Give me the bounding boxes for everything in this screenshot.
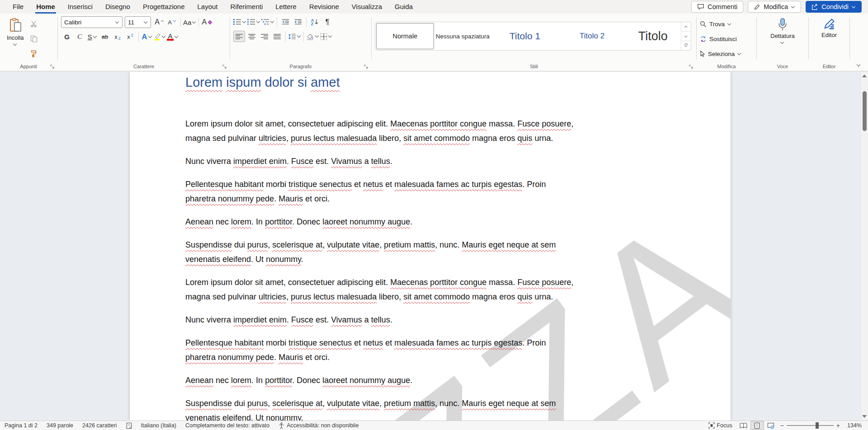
misspelled-text-run[interactable]: sit amet commodo xyxy=(403,292,470,301)
misspelled-text-run[interactable]: pharetra nonummy pede xyxy=(185,353,274,362)
text-run[interactable]: et xyxy=(383,338,394,347)
text-run[interactable]: , xyxy=(379,240,384,249)
styles-dialog-launcher[interactable] xyxy=(689,65,693,69)
misspelled-text-run[interactable]: venenatis eleifend xyxy=(185,413,251,421)
word-count[interactable]: 349 parole xyxy=(42,421,78,430)
text-run[interactable]: . xyxy=(410,376,412,385)
misspelled-text-run[interactable]: Mauris xyxy=(278,353,303,362)
text-run[interactable]: , xyxy=(268,240,272,249)
misspelled-text-run[interactable]: tristique senectus xyxy=(288,338,352,347)
misspelled-text-run[interactable]: Suspendisse xyxy=(185,399,232,408)
text-run[interactable]: nec xyxy=(213,376,231,385)
align-left-button[interactable] xyxy=(233,31,245,42)
misspelled-text-run[interactable]: imperdiet enim xyxy=(233,157,287,166)
text-run[interactable]: et xyxy=(352,180,363,189)
misspelled-text-run[interactable]: Maecenas porttitor congue xyxy=(390,278,486,287)
text-run[interactable]: massa. xyxy=(486,119,517,128)
shrink-font-button[interactable]: A xyxy=(166,17,178,28)
text-run[interactable]: . xyxy=(301,255,303,264)
char-count[interactable]: 2426 caratteri xyxy=(78,421,121,430)
misspelled-text-run[interactable]: Maecenas porttitor congue xyxy=(390,119,486,128)
misspelled-text-run[interactable]: laoreet nonummy augue xyxy=(322,217,410,226)
misspelled-text-run[interactable]: scelerisque at xyxy=(272,240,322,249)
misspelled-text-run[interactable]: netus xyxy=(363,338,383,347)
misspelled-text-run[interactable]: porttitor xyxy=(265,376,292,385)
tab-inserisci[interactable]: Inserisci xyxy=(61,0,99,14)
text-line[interactable]: venenatis eleifend. Ut nonummy. xyxy=(185,411,676,421)
text-line[interactable]: Pellentesque habitant morbi tristique se… xyxy=(185,336,676,350)
text-run[interactable]: , xyxy=(268,399,272,408)
misspelled-text-run[interactable]: Pellentesque habitant xyxy=(185,338,264,347)
text-run[interactable]: , xyxy=(571,278,573,287)
text-run[interactable]: , xyxy=(322,399,327,408)
text-run[interactable]: morbi xyxy=(264,180,288,189)
paragraph[interactable]: Suspendisse dui purus, scelerisque at, v… xyxy=(185,396,676,421)
italic-button[interactable]: C xyxy=(74,31,85,42)
text-run[interactable]: , xyxy=(571,119,573,128)
misspelled-text-run[interactable]: pretium mattis xyxy=(384,399,435,408)
misspelled-text-run[interactable]: Fusce xyxy=(291,315,313,324)
text-run[interactable]: magna sed pulvinar xyxy=(185,134,259,143)
scroll-up-button[interactable] xyxy=(862,75,867,77)
text-run[interactable]: nec xyxy=(213,217,231,226)
tab-revisione[interactable]: Revisione xyxy=(303,0,345,14)
text-run[interactable]: a xyxy=(362,315,371,324)
tab-disegno[interactable]: Disegno xyxy=(99,0,137,14)
misspelled-text-run[interactable]: lorem xyxy=(231,376,251,385)
misspelled-text-run[interactable]: Mauris eget neque at sem xyxy=(462,399,556,408)
increase-indent-button[interactable] xyxy=(292,16,304,28)
text-line[interactable]: Nunc viverra imperdiet enim. Fusce est. … xyxy=(185,154,676,168)
text-run[interactable]: dui xyxy=(232,399,247,408)
paragraph[interactable]: Suspendisse dui purus, scelerisque at, v… xyxy=(185,238,676,266)
misspelled-text-run[interactable]: netus xyxy=(363,180,383,189)
text-line[interactable]: Aenean nec lorem. In porttitor. Donec la… xyxy=(185,215,676,229)
misspelled-text-run[interactable]: purus xyxy=(247,240,268,249)
misspelled-text-run[interactable]: tellus xyxy=(371,315,390,324)
text-run[interactable]: libero, xyxy=(377,292,403,301)
paragraph[interactable]: Lorem ipsum dolor sit amet, consectetuer… xyxy=(185,117,676,145)
style-titolo[interactable]: Titolo xyxy=(625,22,681,50)
font-dialog-launcher[interactable] xyxy=(222,65,227,69)
text-line[interactable]: Pellentesque habitant morbi tristique se… xyxy=(185,177,676,192)
text-line[interactable]: pharetra nonummy pede. Mauris et orci. xyxy=(185,350,676,365)
text-run[interactable]: . xyxy=(301,413,303,421)
text-line[interactable]: Lorem ipsum dolor sit amet, consectetuer… xyxy=(185,117,676,131)
dictate-button[interactable]: Dettatura xyxy=(766,16,798,60)
select-button[interactable]: Seleziona xyxy=(700,48,753,60)
style-titolo-1[interactable]: Titolo 1 xyxy=(491,22,559,50)
misspelled-text-run[interactable]: malesuada fames ac turpis egestas xyxy=(394,338,522,347)
grow-font-button[interactable]: A xyxy=(154,17,165,28)
text-run[interactable]: est. xyxy=(313,315,331,324)
font-size-select[interactable]: 11 xyxy=(125,16,151,28)
superscript-button[interactable]: x2 xyxy=(124,31,136,42)
misspelled-text-run[interactable]: Mauris xyxy=(278,194,303,203)
read-mode-button[interactable] xyxy=(737,421,750,430)
decrease-indent-button[interactable] xyxy=(279,16,291,28)
multilevel-list-button[interactable] xyxy=(261,16,274,28)
misspelled-text-run[interactable]: purus lectus malesuada xyxy=(291,134,377,143)
accessibility-indicator[interactable]: Accessibilità: non disponibile xyxy=(274,421,363,430)
change-case-button[interactable]: Aa xyxy=(183,17,196,28)
text-run[interactable]: . In xyxy=(251,217,265,226)
paste-button[interactable]: Incolla xyxy=(3,16,28,60)
text-run[interactable]: morbi xyxy=(264,338,288,347)
align-right-button[interactable] xyxy=(259,31,270,42)
text-line[interactable]: Suspendisse dui purus, scelerisque at, v… xyxy=(185,238,676,252)
proofing-status-button[interactable] xyxy=(122,421,137,430)
bullets-button[interactable] xyxy=(233,16,246,28)
tab-riferimenti[interactable]: Riferimenti xyxy=(224,0,269,14)
text-line[interactable]: Suspendisse dui purus, scelerisque at, v… xyxy=(185,396,676,411)
styles-more-button[interactable] xyxy=(681,41,691,50)
zoom-slider[interactable] xyxy=(787,425,834,426)
text-line[interactable]: Lorem ipsum dolor sit amet, consectetuer… xyxy=(185,275,676,290)
text-run[interactable]: . Ut xyxy=(251,413,266,421)
style-normale[interactable]: Normale xyxy=(376,23,434,49)
bold-button[interactable]: G xyxy=(61,31,73,42)
text-run[interactable]: et xyxy=(383,180,394,189)
text-line[interactable]: pharetra nonummy pede. Mauris et orci. xyxy=(185,192,676,206)
clear-formatting-button[interactable]: A xyxy=(201,17,213,28)
paragraph[interactable]: Aenean nec lorem. In porttitor. Donec la… xyxy=(185,215,676,229)
document-page[interactable]: BOZZA Lorem ispum dolor si amet Lorem ip… xyxy=(130,72,731,421)
text-run[interactable]: . xyxy=(287,315,291,324)
cut-button[interactable] xyxy=(28,18,40,29)
